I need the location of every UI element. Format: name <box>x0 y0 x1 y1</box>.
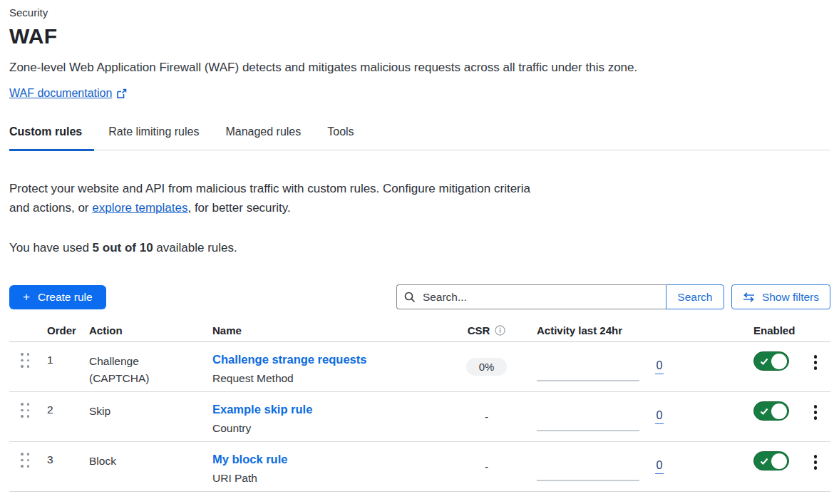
info-icon[interactable] <box>495 325 505 336</box>
show-filters-button[interactable]: Show filters <box>731 284 830 309</box>
page-title: WAF <box>9 24 830 48</box>
usage-before: You have used <box>9 241 93 254</box>
usage-after: available rules. <box>153 241 237 254</box>
search-button[interactable]: Search <box>666 284 724 309</box>
swap-arrows-icon <box>743 292 755 302</box>
activity-count-link[interactable]: 0 <box>655 359 664 374</box>
sparkline <box>537 380 639 381</box>
rule-menu-cell <box>801 442 830 491</box>
drag-handle-icon[interactable] <box>9 392 41 441</box>
rule-order: 3 <box>41 442 78 491</box>
rule-name-link[interactable]: Challenge strange requests <box>212 351 366 367</box>
rule-activity-count-cell: 0 <box>645 392 674 441</box>
table-row: 3 Block My block rule URI Path - 0 <box>9 442 830 492</box>
rule-menu-cell <box>801 342 830 391</box>
rule-csr: - <box>449 442 524 491</box>
kebab-menu-icon[interactable] <box>810 403 822 441</box>
rules-table: Order Action Name CSR Activity last 24hr… <box>9 324 830 492</box>
usage-text: You have used 5 out of 10 available rule… <box>9 241 830 255</box>
rule-name-link[interactable]: Example skip rule <box>212 401 312 417</box>
tab-bar: Custom rules Rate limiting rules Managed… <box>9 125 830 150</box>
rule-csr: 0% <box>449 342 524 391</box>
search-box <box>396 284 666 309</box>
csr-badge: 0% <box>466 358 508 376</box>
kebab-menu-icon[interactable] <box>810 453 822 491</box>
intro-text: Protect your website and API from malici… <box>9 179 542 217</box>
rule-order: 1 <box>41 342 78 391</box>
header-handle-spacer <box>9 324 41 336</box>
rule-enabled-cell <box>674 392 801 441</box>
breadcrumb: Security <box>9 6 830 19</box>
activity-count-link[interactable]: 0 <box>655 459 664 474</box>
table-header-row: Order Action Name CSR Activity last 24hr… <box>9 324 830 342</box>
rule-enabled-cell <box>674 342 801 391</box>
drag-handle-icon[interactable] <box>9 342 41 391</box>
csr-value: - <box>485 461 488 473</box>
rule-action: Skip <box>78 392 203 441</box>
rule-activity-count-cell: 0 <box>645 342 674 391</box>
sparkline <box>537 430 639 431</box>
rule-activity-sparkline <box>524 342 645 391</box>
header-menu-spacer <box>801 324 830 336</box>
rule-name-cell: Challenge strange requests Request Metho… <box>203 342 449 391</box>
show-filters-label: Show filters <box>762 291 819 304</box>
rule-action: Challenge (CAPTCHA) <box>78 342 203 391</box>
drag-handle-icon[interactable] <box>9 442 41 491</box>
search-icon <box>404 292 416 303</box>
table-row: 2 Skip Example skip rule Country - 0 <box>9 392 830 442</box>
check-icon <box>760 458 768 466</box>
page-description: Zone-level Web Application Firewall (WAF… <box>9 61 830 75</box>
usage-count: 5 out of 10 <box>93 241 153 254</box>
rule-order: 2 <box>41 392 78 441</box>
tab-rate-limiting-rules[interactable]: Rate limiting rules <box>108 125 211 151</box>
waf-documentation-link[interactable]: WAF documentation <box>9 87 127 100</box>
header-order: Order <box>41 324 78 336</box>
header-count-spacer <box>645 324 674 336</box>
tab-managed-rules[interactable]: Managed rules <box>225 125 313 151</box>
intro-after: , for better security. <box>187 201 290 215</box>
tab-custom-rules[interactable]: Custom rules <box>9 125 94 151</box>
enabled-toggle[interactable] <box>753 401 789 421</box>
rule-enabled-cell <box>674 442 801 491</box>
external-link-icon <box>116 88 127 99</box>
create-rule-label: Create rule <box>38 291 93 304</box>
rule-action: Block <box>78 442 203 491</box>
header-csr: CSR <box>449 324 524 336</box>
plus-icon: + <box>23 291 30 303</box>
header-action: Action <box>78 324 203 336</box>
rule-activity-count-cell: 0 <box>645 442 674 491</box>
rule-field: Request Method <box>212 371 449 386</box>
rule-name-cell: Example skip rule Country <box>203 392 449 441</box>
rule-csr: - <box>449 392 524 441</box>
rule-activity-sparkline <box>524 442 645 491</box>
rule-field: URI Path <box>212 471 449 485</box>
header-name: Name <box>203 324 449 336</box>
check-icon <box>760 408 768 416</box>
rule-field: Country <box>212 421 449 436</box>
rule-name-link[interactable]: My block rule <box>212 451 287 467</box>
kebab-menu-icon[interactable] <box>810 354 822 391</box>
waf-documentation-link-label: WAF documentation <box>9 87 112 100</box>
tab-tools[interactable]: Tools <box>327 125 366 151</box>
rules-toolbar: + Create rule Search Show filters <box>9 284 830 309</box>
activity-count-link[interactable]: 0 <box>655 409 664 424</box>
header-csr-label: CSR <box>468 324 490 336</box>
toolbar-right: Search Show filters <box>396 284 830 309</box>
rule-activity-sparkline <box>524 392 645 441</box>
sparkline <box>537 480 639 481</box>
search-group: Search <box>396 284 724 309</box>
create-rule-button[interactable]: + Create rule <box>9 285 106 309</box>
rule-name-cell: My block rule URI Path <box>203 442 449 491</box>
check-icon <box>760 358 768 366</box>
waf-page: Security WAF Zone-level Web Application … <box>0 0 839 492</box>
enabled-toggle[interactable] <box>753 451 789 470</box>
csr-value: - <box>485 411 488 423</box>
search-input[interactable] <box>421 290 659 304</box>
rule-menu-cell <box>801 392 830 441</box>
explore-templates-link[interactable]: explore templates <box>92 201 187 215</box>
enabled-toggle[interactable] <box>753 351 789 371</box>
header-enabled: Enabled <box>674 324 801 336</box>
table-row: 1 Challenge (CAPTCHA) Challenge strange … <box>9 342 830 392</box>
header-activity: Activity last 24hr <box>524 324 645 336</box>
